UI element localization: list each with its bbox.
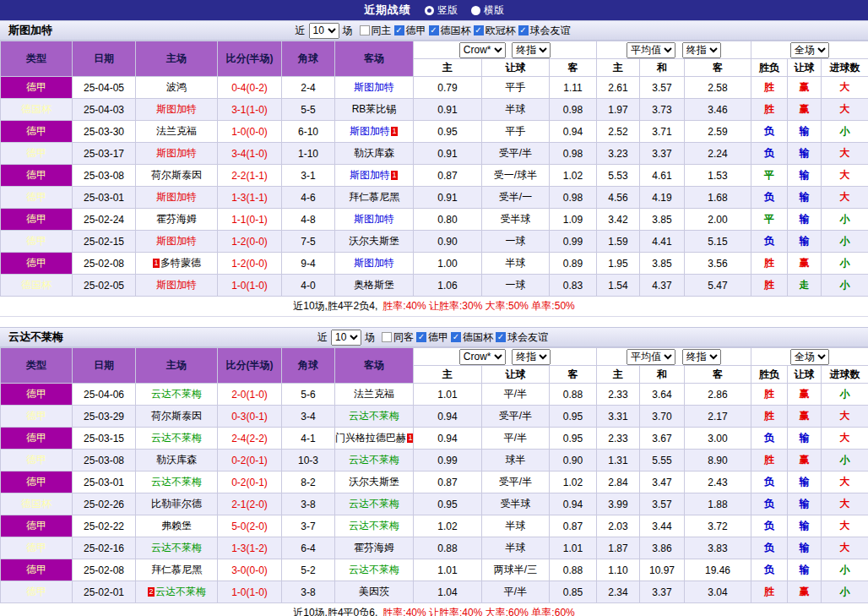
match-score[interactable]: 1-3(1-2): [218, 537, 282, 559]
odds-time-select[interactable]: 终指: [512, 42, 551, 58]
filter-checkbox-group: 同主✓德甲✓德国杯✓欧冠杯✓球会友谊: [360, 24, 573, 38]
match-score[interactable]: 0-3(0-1): [218, 406, 282, 428]
filter-checkbox[interactable]: 同主: [360, 24, 392, 38]
match-score[interactable]: 1-2(0-0): [218, 253, 282, 275]
match-score[interactable]: 3-4(1-0): [218, 143, 282, 165]
home-team[interactable]: 拜仁慕尼黑: [136, 559, 218, 581]
team-name: 沃尔夫斯堡: [349, 235, 399, 247]
filter-checkbox[interactable]: ✓德国杯: [429, 24, 471, 38]
filter-checkbox[interactable]: ✓欧冠杯: [474, 24, 516, 38]
avg-source-select[interactable]: 平均值: [627, 349, 675, 365]
avg-time-select[interactable]: 终指: [682, 349, 721, 365]
home-team[interactable]: 斯图加特: [136, 231, 218, 253]
match-score[interactable]: 1-0(1-0): [218, 581, 282, 603]
avg-source-select[interactable]: 平均值: [627, 42, 675, 58]
home-team[interactable]: 云达不莱梅: [136, 384, 218, 406]
odds-source-select[interactable]: Crow*: [459, 349, 506, 365]
home-team[interactable]: 荷尔斯泰因: [136, 406, 218, 428]
handicap-line: 受半球: [482, 493, 550, 515]
odds-source-select[interactable]: Crow*: [459, 42, 506, 58]
home-odds: 0.91: [414, 143, 482, 165]
match-score[interactable]: 0-2(0-1): [218, 450, 282, 472]
home-team[interactable]: 比勒菲尔德: [136, 493, 218, 515]
away-team[interactable]: 云达不莱梅: [335, 450, 414, 472]
odds-time-select[interactable]: 终指: [512, 349, 551, 365]
away-team[interactable]: 奥格斯堡: [335, 275, 414, 297]
match-count-select[interactable]: 10: [331, 330, 361, 346]
home-team[interactable]: 云达不莱梅: [136, 428, 218, 450]
away-team[interactable]: 霍芬海姆: [335, 537, 414, 559]
result-handicap: 赢: [788, 581, 822, 603]
away-team[interactable]: 云达不莱梅: [335, 406, 414, 428]
match-score[interactable]: 0-4(0-2): [218, 77, 282, 99]
home-team[interactable]: 2云达不莱梅: [136, 581, 218, 603]
match-count-select[interactable]: 10: [309, 23, 339, 39]
home-team[interactable]: 斯图加特: [136, 143, 218, 165]
scope-select[interactable]: 全场: [790, 349, 829, 365]
filter-checkbox[interactable]: ✓球会友谊: [518, 24, 571, 38]
match-score[interactable]: 1-0(1-0): [218, 275, 282, 297]
away-team[interactable]: 法兰克福: [335, 384, 414, 406]
home-team[interactable]: 霍芬海姆: [136, 209, 218, 231]
scope-select[interactable]: 全场: [790, 42, 829, 58]
avg-draw-odds: 3.57: [640, 77, 685, 99]
home-team[interactable]: 弗赖堡: [136, 515, 218, 537]
layout-radio-selected[interactable]: 竖版: [425, 3, 458, 18]
away-team[interactable]: 斯图加特: [335, 253, 414, 275]
home-team[interactable]: 1多特蒙德: [136, 253, 218, 275]
home-team[interactable]: 云达不莱梅: [136, 537, 218, 559]
avg-draw-odds: 4.41: [640, 231, 685, 253]
away-team[interactable]: 斯图加特1: [335, 165, 414, 187]
home-team[interactable]: 云达不莱梅: [136, 472, 218, 493]
away-team[interactable]: 云达不莱梅: [335, 493, 414, 515]
away-team[interactable]: 斯图加特: [335, 209, 414, 231]
home-team[interactable]: 斯图加特: [136, 187, 218, 209]
home-team[interactable]: 勒沃库森: [136, 450, 218, 472]
filter-checkbox[interactable]: ✓德国杯: [451, 330, 493, 345]
match-score[interactable]: 1-2(0-0): [218, 231, 282, 253]
avg-time-select[interactable]: 终指: [682, 42, 721, 58]
away-team[interactable]: 沃尔夫斯堡: [335, 231, 414, 253]
away-team[interactable]: 门兴格拉德巴赫1: [335, 428, 414, 450]
away-team[interactable]: 云达不莱梅: [335, 559, 414, 581]
away-team[interactable]: 拜仁慕尼黑: [335, 187, 414, 209]
filter-checkbox[interactable]: ✓德甲: [394, 24, 426, 38]
match-score[interactable]: 2-1(2-0): [218, 493, 282, 515]
match-score[interactable]: 1-3(1-1): [218, 187, 282, 209]
home-team[interactable]: 斯图加特: [136, 99, 218, 121]
team-name: 奥格斯堡: [354, 279, 394, 291]
match-score[interactable]: 3-0(0-0): [218, 559, 282, 581]
match-score[interactable]: 5-0(2-0): [218, 515, 282, 537]
filter-checkbox[interactable]: ✓球会友谊: [496, 330, 548, 345]
checkbox-icon: ✓: [429, 25, 439, 35]
home-team[interactable]: 荷尔斯泰因: [136, 165, 218, 187]
col-header-odds-home: 主: [414, 59, 482, 77]
match-score[interactable]: 1-0(0-0): [218, 121, 282, 143]
col-header-goals-result: 进球数: [822, 366, 868, 384]
avg-draw-odds: 3.85: [640, 209, 685, 231]
away-team[interactable]: 美因茨: [335, 581, 414, 603]
away-team[interactable]: 斯图加特: [335, 77, 414, 99]
home-team[interactable]: 法兰克福: [136, 121, 218, 143]
col-header-outcome: 胜负: [751, 366, 788, 384]
filter-checkbox[interactable]: 同客: [382, 330, 414, 345]
match-score[interactable]: 0-2(0-1): [218, 472, 282, 493]
layout-radio-option[interactable]: 横版: [471, 3, 504, 18]
match-score[interactable]: 2-2(1-1): [218, 165, 282, 187]
away-team[interactable]: 沃尔夫斯堡: [335, 472, 414, 493]
match-score[interactable]: 2-4(2-2): [218, 428, 282, 450]
away-odds: 0.98: [550, 143, 597, 165]
away-team[interactable]: 勒沃库森: [335, 143, 414, 165]
filter-checkbox[interactable]: ✓德甲: [416, 330, 448, 345]
home-odds: 1.00: [414, 253, 482, 275]
home-team[interactable]: 斯图加特: [136, 275, 218, 297]
team-name-title: 斯图加特: [0, 23, 61, 38]
result-goals: 大: [822, 472, 868, 493]
home-team[interactable]: 波鸿: [136, 77, 218, 99]
match-score[interactable]: 3-1(1-0): [218, 99, 282, 121]
match-score[interactable]: 1-1(0-1): [218, 209, 282, 231]
away-team[interactable]: 云达不莱梅: [335, 515, 414, 537]
away-team[interactable]: 斯图加特1: [335, 121, 414, 143]
away-team[interactable]: RB莱比锡: [335, 99, 414, 121]
match-score[interactable]: 2-0(1-0): [218, 384, 282, 406]
